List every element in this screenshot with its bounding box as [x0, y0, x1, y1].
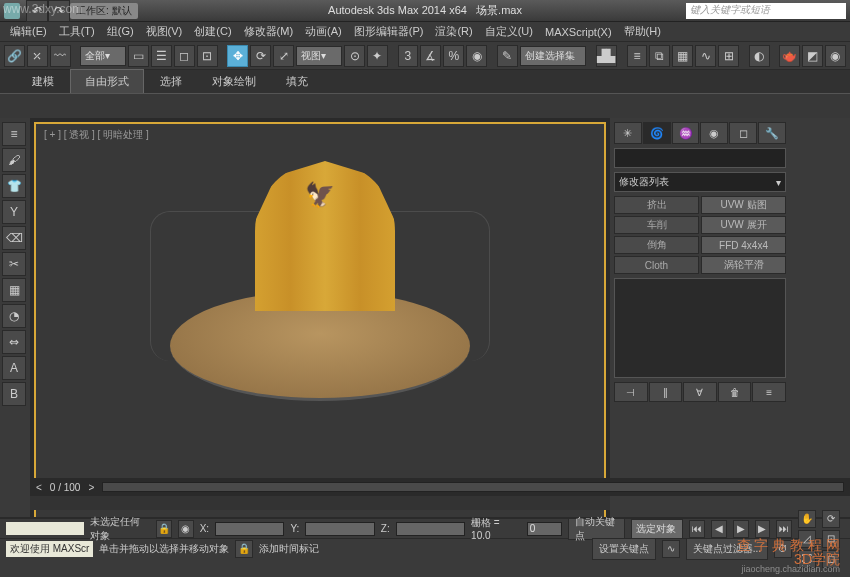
remove-modifier-button[interactable]: 🗑: [718, 382, 752, 402]
menu-views[interactable]: 视图(V): [140, 22, 189, 41]
configure-sets-button[interactable]: ≡: [752, 382, 786, 402]
constrain-button[interactable]: ⇔: [2, 330, 26, 354]
select-region-button[interactable]: ◻: [174, 45, 195, 67]
modifier-ffd-button[interactable]: FFD 4x4x4: [701, 236, 786, 254]
snap-toggle-button[interactable]: 3: [398, 45, 419, 67]
menu-rendering[interactable]: 渲染(R): [429, 22, 478, 41]
next-frame-button[interactable]: ▶: [755, 520, 771, 538]
script-box[interactable]: [6, 522, 84, 535]
scrub-right-button[interactable]: >: [88, 482, 94, 493]
scrub-left-button[interactable]: <: [36, 482, 42, 493]
pin-stack-button[interactable]: ⊣: [614, 382, 648, 402]
menu-maxscript[interactable]: MAXScript(X): [539, 24, 618, 40]
redo-button[interactable]: ↷: [48, 0, 70, 22]
ribbon-tab-freeform[interactable]: 自由形式: [70, 69, 144, 93]
named-selection-dropdown[interactable]: 创建选择集: [520, 46, 587, 66]
trackbar[interactable]: [30, 496, 610, 510]
ribbon-tab-object-paint[interactable]: 对象绘制: [198, 70, 270, 93]
ribbon-tab-selection[interactable]: 选择: [146, 70, 196, 93]
schematic-view-button[interactable]: ⊞: [718, 45, 739, 67]
play-button[interactable]: ▶: [733, 520, 749, 538]
modifier-uvw-unwrap-button[interactable]: UVW 展开: [701, 216, 786, 234]
x-spinner[interactable]: [215, 522, 284, 536]
key-lock-button[interactable]: 🔒: [235, 540, 253, 558]
select-by-name-button[interactable]: ☰: [151, 45, 172, 67]
brush-tool-button[interactable]: 🖌: [2, 148, 26, 172]
smooth-tool-button[interactable]: ◔: [2, 304, 26, 328]
rendered-frame-button[interactable]: ◩: [802, 45, 823, 67]
modifier-list-dropdown[interactable]: 修改器列表▾: [614, 172, 786, 192]
object-name-field[interactable]: [614, 148, 786, 168]
key-mode-button[interactable]: ∿: [662, 540, 680, 558]
make-unique-button[interactable]: ∀: [683, 382, 717, 402]
key-target-dropdown[interactable]: 选定对象: [631, 519, 684, 539]
prev-frame-button[interactable]: ◀: [711, 520, 727, 538]
set-key-button[interactable]: 设置关键点: [592, 538, 656, 560]
eraser-tool-button[interactable]: ⌫: [2, 226, 26, 250]
unlink-button[interactable]: ⤫: [27, 45, 48, 67]
render-setup-button[interactable]: 🫖: [779, 45, 800, 67]
arc-rotate-button[interactable]: ⟳: [822, 510, 840, 528]
menu-edit[interactable]: 编辑(E): [4, 22, 53, 41]
ref-coord-dropdown[interactable]: 视图 ▾: [296, 46, 342, 66]
modify-tab-button[interactable]: 🌀: [643, 122, 671, 144]
auto-key-button[interactable]: 自动关键点: [568, 518, 625, 540]
align-button[interactable]: ≡: [627, 45, 648, 67]
y-spinner[interactable]: [305, 522, 374, 536]
timeline-track[interactable]: [102, 482, 844, 492]
time-config-button[interactable]: ⏱: [774, 540, 792, 558]
workspace-dropdown[interactable]: 工作区: 默认: [70, 3, 138, 19]
graphite-toggle-button[interactable]: ▦: [672, 45, 693, 67]
hierarchy-tab-button[interactable]: ♒: [672, 122, 700, 144]
material-editor-button[interactable]: ◐: [749, 45, 770, 67]
grid-tool-button[interactable]: ▦: [2, 278, 26, 302]
ribbon-tab-populate[interactable]: 填充: [272, 70, 322, 93]
menu-animation[interactable]: 动画(A): [299, 22, 348, 41]
toggle-b-button[interactable]: B: [2, 382, 26, 406]
undo-button[interactable]: ↶: [26, 0, 48, 22]
menu-tools[interactable]: 工具(T): [53, 22, 101, 41]
shirt-tool-button[interactable]: 👕: [2, 174, 26, 198]
toggle-a-button[interactable]: A: [2, 356, 26, 380]
menu-modifiers[interactable]: 修改器(M): [238, 22, 300, 41]
mirror-button[interactable]: ▟▙: [596, 45, 617, 67]
utilities-tab-button[interactable]: 🔧: [758, 122, 786, 144]
show-end-result-button[interactable]: ‖: [649, 382, 683, 402]
z-spinner[interactable]: [396, 522, 465, 536]
modifier-cloth-button[interactable]: Cloth: [614, 256, 699, 274]
menu-graph-editors[interactable]: 图形编辑器(P): [348, 22, 430, 41]
goto-end-button[interactable]: ⏭: [776, 520, 792, 538]
menu-group[interactable]: 组(G): [101, 22, 140, 41]
angle-snap-button[interactable]: ∡: [420, 45, 441, 67]
zoom-extents-button[interactable]: ⊡: [822, 530, 840, 548]
brush-opts-button[interactable]: ≡: [2, 122, 26, 146]
isolate-button[interactable]: ◉: [178, 520, 194, 538]
min-max-toggle-button[interactable]: ◻: [822, 550, 840, 568]
menu-customize[interactable]: 自定义(U): [479, 22, 539, 41]
modifier-lathe-button[interactable]: 车削: [614, 216, 699, 234]
bind-spacewarp-button[interactable]: 〰: [50, 45, 71, 67]
create-tab-button[interactable]: ✳: [614, 122, 642, 144]
select-move-button[interactable]: ✥: [227, 45, 248, 67]
window-crossing-button[interactable]: ⊡: [197, 45, 218, 67]
goto-start-button[interactable]: ⏮: [689, 520, 705, 538]
layer-manager-button[interactable]: ⧉: [649, 45, 670, 67]
modifier-turbosmooth-button[interactable]: 涡轮平滑: [701, 256, 786, 274]
menu-create[interactable]: 创建(C): [188, 22, 237, 41]
key-filters-button[interactable]: 关键点过滤器...: [686, 538, 768, 560]
render-production-button[interactable]: ◉: [825, 45, 846, 67]
link-button[interactable]: 🔗: [4, 45, 25, 67]
help-search-input[interactable]: 键入关键字或短语: [686, 3, 846, 19]
frame-spinner[interactable]: 0: [527, 522, 562, 536]
motion-tab-button[interactable]: ◉: [700, 122, 728, 144]
select-manipulate-button[interactable]: ✦: [367, 45, 388, 67]
curve-editor-button[interactable]: ∿: [695, 45, 716, 67]
time-slider[interactable]: < 0 / 100 >: [30, 478, 850, 496]
modifier-extrude-button[interactable]: 挤出: [614, 196, 699, 214]
percent-snap-button[interactable]: %: [443, 45, 464, 67]
modifier-bevel-button[interactable]: 倒角: [614, 236, 699, 254]
add-time-tag-button[interactable]: 添加时间标记: [259, 542, 319, 556]
display-tab-button[interactable]: ◻: [729, 122, 757, 144]
select-object-button[interactable]: ▭: [128, 45, 149, 67]
selection-filter-dropdown[interactable]: 全部 ▾: [80, 46, 126, 66]
